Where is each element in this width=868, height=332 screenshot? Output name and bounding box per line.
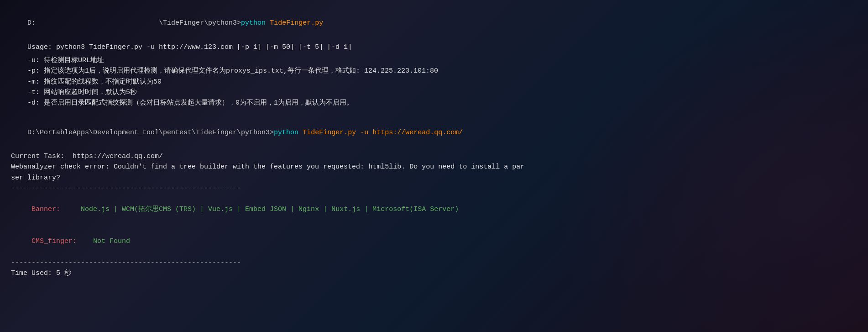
cms-line: CMS_finger: Not Found	[11, 226, 857, 258]
prompt-line-1: D: \TideFinger\python3>python TideFinger…	[11, 7, 857, 39]
opt-t-line: -t: 网站响应超时时间，默认为5秒	[11, 87, 857, 98]
error-line-2: ser library?	[11, 173, 857, 183]
usage-line: Usage: python3 TideFinger.py -u http://w…	[11, 42, 857, 53]
separator-line-1: ----------------------------------------…	[11, 183, 857, 194]
cms-value: Not Found	[77, 237, 130, 245]
command-file-1: TideFinger.py	[270, 19, 323, 27]
terminal-window: D: \TideFinger\python3>python TideFinger…	[0, 0, 868, 332]
error-line-1: Webanalyzer check error: Couldn't find a…	[11, 162, 857, 172]
banner-line: Banner: Node.js | WCM(拓尔思CMS (TRS) | Vue…	[11, 194, 857, 226]
cmd-space	[266, 19, 270, 27]
banner-value: Node.js | WCM(拓尔思CMS (TRS) | Vue.js | Em…	[73, 206, 459, 213]
opt-u-line: -u: 待检测目标URL地址	[11, 55, 857, 66]
command-python-1: python	[241, 19, 266, 27]
current-task-line: Current Task: https://weread.qq.com/	[11, 151, 857, 162]
banner-label: Banner:	[27, 206, 73, 213]
time-used-line: Time Used: 5 秒	[11, 268, 857, 279]
prompt-prefix-1: D: \TideFinger\python3>	[27, 19, 241, 27]
command-file-2: TideFinger.py -u https://weread.qq.com/	[303, 129, 463, 137]
prompt-prefix-2: D:\PortableApps\Development_tool\pentest…	[27, 129, 274, 137]
command-python-2: python	[274, 129, 298, 137]
opt-p-line: -p: 指定该选项为1后，说明启用代理检测，请确保代理文件名为proxys_ip…	[11, 66, 857, 76]
opt-m-line: -m: 指纹匹配的线程数，不指定时默认为50	[11, 77, 857, 87]
cmd-space-2	[298, 129, 303, 137]
cms-label: CMS_finger:	[27, 237, 77, 245]
prompt-line-2: D:\PortableApps\Development_tool\pentest…	[11, 116, 857, 148]
separator-line-2: ----------------------------------------…	[11, 258, 857, 268]
opt-d-line: -d: 是否启用目录匹配式指纹探测（会对目标站点发起大量请求），0为不启用，1为…	[11, 98, 857, 108]
